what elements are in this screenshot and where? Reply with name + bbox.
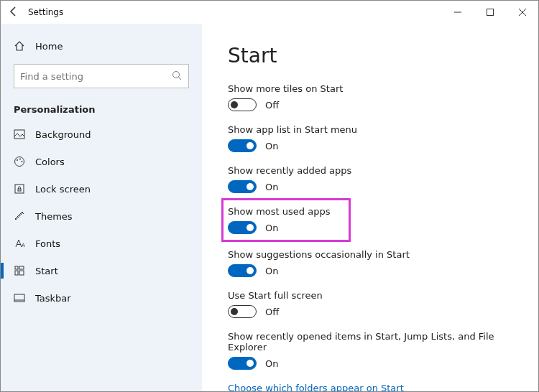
svg-line-5 (179, 77, 182, 80)
search-input[interactable] (14, 71, 165, 82)
toggle-state: Off (265, 307, 279, 317)
toggle-0[interactable] (228, 98, 257, 111)
settings-window: Settings Home Personalization Background (0, 0, 539, 392)
nav-label: Taskbar (35, 293, 71, 304)
nav-fonts[interactable]: A Fonts (1, 230, 202, 257)
nav-lockscreen[interactable]: Lock screen (1, 175, 202, 202)
setting-label: Show more tiles on Start (228, 83, 512, 94)
setting-label: Show recently opened items in Start, Jum… (228, 331, 512, 353)
toggle-state: On (265, 223, 278, 233)
taskbar-icon (14, 292, 25, 304)
nav-taskbar[interactable]: Taskbar (1, 284, 202, 312)
svg-rect-6 (14, 130, 24, 139)
section-header: Personalization (1, 97, 202, 121)
svg-point-10 (22, 161, 23, 162)
palette-icon (14, 156, 25, 167)
themes-icon (14, 210, 25, 222)
svg-rect-12 (18, 189, 21, 191)
svg-rect-15 (19, 266, 24, 269)
setting-label: Use Start full screen (228, 290, 512, 301)
arrow-left-icon (9, 6, 19, 17)
setting-4: Show suggestions occasionally in StartOn (228, 249, 512, 277)
search-box[interactable] (14, 64, 189, 88)
folders-link[interactable]: Choose which folders appear on Start (228, 383, 512, 391)
toggle-3[interactable] (228, 221, 257, 234)
svg-rect-14 (15, 266, 18, 269)
lockscreen-icon (14, 183, 25, 195)
toggle-state: On (265, 266, 278, 276)
nav-colors[interactable]: Colors (1, 148, 202, 175)
setting-3: Show most used appsOn (228, 206, 512, 236)
nav-label: Colors (35, 157, 65, 167)
svg-point-8 (17, 159, 18, 161)
setting-0: Show more tiles on StartOff (228, 83, 512, 111)
setting-5: Use Start full screenOff (228, 290, 512, 318)
minimize-button[interactable] (441, 1, 474, 24)
svg-point-9 (19, 159, 21, 160)
image-icon (14, 129, 25, 140)
svg-point-7 (15, 157, 24, 167)
toggle-state: Off (265, 100, 279, 111)
nav-label: Lock screen (35, 184, 91, 195)
nav-themes[interactable]: Themes (1, 202, 202, 230)
toggle-4[interactable] (228, 264, 257, 277)
toggle-1[interactable] (228, 139, 257, 152)
toggle-state: On (265, 358, 278, 369)
nav-start[interactable]: Start (1, 257, 202, 284)
toggle-state: On (265, 182, 278, 192)
setting-label: Show suggestions occasionally in Start (228, 249, 512, 260)
sidebar: Home Personalization Background Colors L… (1, 24, 202, 391)
fonts-icon: A (14, 238, 25, 249)
setting-6: Show recently opened items in Start, Jum… (228, 331, 512, 370)
content-pane: Start Show more tiles on StartOffShow ap… (202, 24, 538, 391)
window-title: Settings (27, 7, 63, 17)
toggle-6[interactable] (228, 357, 257, 370)
svg-rect-17 (19, 271, 24, 275)
home-icon (14, 40, 25, 52)
maximize-icon (487, 9, 494, 16)
home-label: Home (35, 41, 63, 52)
page-heading: Start (228, 44, 512, 67)
nav-label: Themes (35, 211, 73, 222)
setting-1: Show app list in Start menuOn (228, 124, 512, 152)
toggle-2[interactable] (228, 180, 257, 193)
nav-background[interactable]: Background (1, 121, 202, 148)
svg-point-4 (173, 71, 180, 78)
nav-label: Background (35, 129, 91, 140)
toggle-state: On (265, 141, 278, 151)
minimize-icon (454, 9, 461, 16)
svg-rect-1 (487, 9, 493, 16)
toggle-5[interactable] (228, 305, 257, 318)
setting-label: Show app list in Start menu (228, 124, 512, 135)
svg-rect-16 (15, 271, 18, 275)
nav-label: Start (35, 266, 58, 276)
nav-label: Fonts (35, 238, 60, 249)
title-bar: Settings (1, 1, 538, 24)
setting-label: Show recently added apps (228, 165, 512, 176)
search-icon (165, 70, 188, 83)
home-nav[interactable]: Home (1, 32, 202, 60)
maximize-button[interactable] (474, 1, 506, 24)
back-button[interactable] (1, 6, 27, 19)
start-icon (14, 265, 25, 276)
close-icon (519, 9, 526, 16)
close-button[interactable] (506, 1, 538, 24)
setting-label: Show most used apps (228, 206, 330, 217)
setting-2: Show recently added appsOn (228, 165, 512, 193)
svg-text:A: A (22, 243, 25, 248)
